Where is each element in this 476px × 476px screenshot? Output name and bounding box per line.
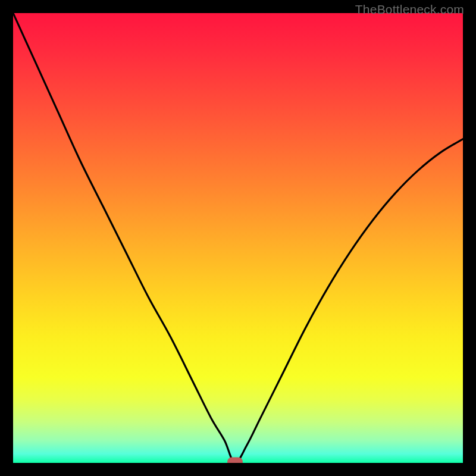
bottleneck-curve bbox=[13, 13, 463, 463]
plot-area bbox=[13, 13, 463, 463]
watermark-text: TheBottleneck.com bbox=[355, 2, 464, 17]
optimal-point-marker bbox=[227, 458, 243, 464]
chart-frame: TheBottleneck.com bbox=[0, 0, 476, 476]
